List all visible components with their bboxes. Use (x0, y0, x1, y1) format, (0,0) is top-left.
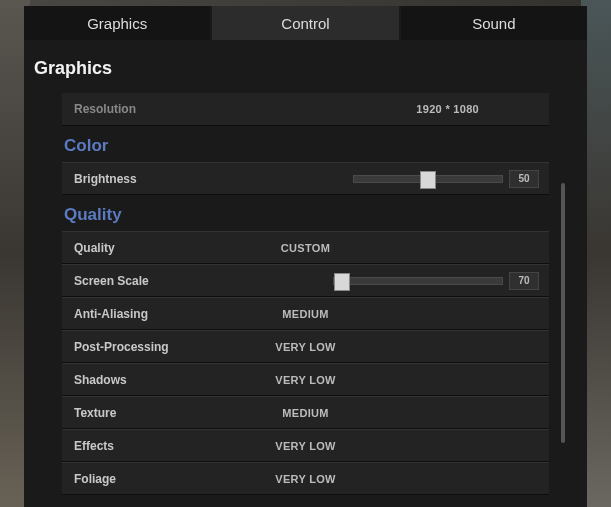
settings-panel: Graphics Control Sound Graphics Resoluti… (24, 6, 587, 507)
brightness-value-badge: 50 (509, 170, 539, 188)
row-brightness: Brightness 50 (62, 162, 549, 195)
texture-value: MEDIUM (206, 407, 406, 419)
tab-control[interactable]: Control (212, 6, 398, 40)
post-processing-label: Post-Processing (74, 340, 169, 354)
row-shadows[interactable]: Shadows VERY LOW (62, 363, 549, 396)
tab-bar: Graphics Control Sound (24, 6, 587, 40)
tab-graphics[interactable]: Graphics (24, 6, 210, 40)
shadows-label: Shadows (74, 373, 127, 387)
brightness-label: Brightness (74, 172, 137, 186)
row-foliage[interactable]: Foliage VERY LOW (62, 462, 549, 495)
quality-value: CUSTOM (206, 242, 406, 254)
screen-scale-slider[interactable] (333, 277, 503, 285)
section-color: Color (62, 126, 549, 162)
screen-scale-slider-track (333, 277, 503, 285)
resolution-label: Resolution (74, 102, 136, 116)
resolution-value: 1920 * 1080 (416, 103, 479, 115)
post-processing-value: VERY LOW (206, 341, 406, 353)
section-quality: Quality (62, 195, 549, 231)
brightness-slider-thumb[interactable] (420, 171, 436, 189)
tab-control-label: Control (281, 15, 329, 32)
anti-aliasing-label: Anti-Aliasing (74, 307, 148, 321)
row-anti-aliasing[interactable]: Anti-Aliasing MEDIUM (62, 297, 549, 330)
scroll-area: Resolution 1920 * 1080 Color Brightness … (24, 93, 587, 507)
tab-graphics-label: Graphics (87, 15, 147, 32)
screen-scale-value-badge: 70 (509, 272, 539, 290)
row-screen-scale: Screen Scale 70 (62, 264, 549, 297)
row-texture[interactable]: Texture MEDIUM (62, 396, 549, 429)
row-resolution[interactable]: Resolution 1920 * 1080 (62, 93, 549, 126)
brightness-slider[interactable] (353, 175, 503, 183)
row-quality[interactable]: Quality CUSTOM (62, 231, 549, 264)
effects-label: Effects (74, 439, 114, 453)
screen-scale-slider-thumb[interactable] (334, 273, 350, 291)
effects-value: VERY LOW (206, 440, 406, 452)
anti-aliasing-value: MEDIUM (206, 308, 406, 320)
shadows-value: VERY LOW (206, 374, 406, 386)
brightness-slider-track (353, 175, 503, 183)
screen-scale-label: Screen Scale (74, 274, 149, 288)
scrollbar[interactable] (561, 183, 565, 443)
quality-label: Quality (74, 241, 115, 255)
settings-list: Resolution 1920 * 1080 Color Brightness … (24, 93, 587, 507)
tab-sound-label: Sound (472, 15, 515, 32)
row-post-processing[interactable]: Post-Processing VERY LOW (62, 330, 549, 363)
tab-sound[interactable]: Sound (401, 6, 587, 40)
foliage-label: Foliage (74, 472, 116, 486)
texture-label: Texture (74, 406, 116, 420)
page-title: Graphics (24, 40, 587, 93)
foliage-value: VERY LOW (206, 473, 406, 485)
row-effects[interactable]: Effects VERY LOW (62, 429, 549, 462)
